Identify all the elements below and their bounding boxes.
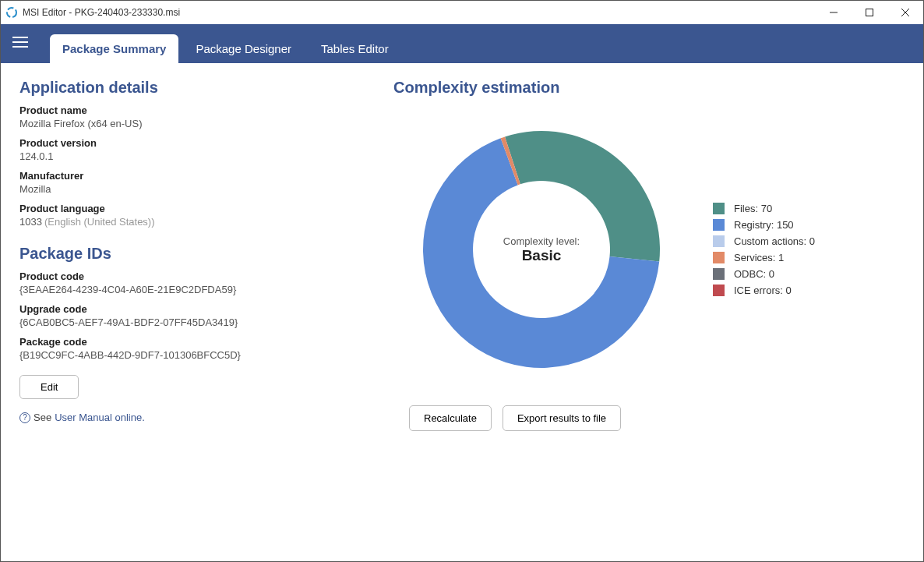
legend-label: ICE errors: 0 <box>734 285 792 296</box>
package-ids-heading: Package IDs <box>19 245 393 263</box>
legend-swatch <box>713 219 725 231</box>
legend-label: Services: 1 <box>734 252 784 263</box>
product-language-label: Product language <box>19 203 393 214</box>
tab-tables-editor[interactable]: Tables Editor <box>309 34 401 63</box>
package-code-field: Package code {B19CC9FC-4ABB-442D-9DF7-10… <box>19 336 393 361</box>
help-icon: ? <box>19 412 30 423</box>
app-icon <box>5 6 18 19</box>
center-label: Complexity level: <box>503 235 580 247</box>
product-code-value: {3EAAE264-4239-4C04-A60E-21E9C2DFDA59} <box>19 284 393 295</box>
center-value: Basic <box>503 247 580 264</box>
product-name-label: Product name <box>19 104 393 116</box>
close-button[interactable] <box>887 1 923 24</box>
product-name-field: Product name Mozilla Firefox (x64 en-US) <box>19 104 393 129</box>
legend-swatch <box>713 285 725 296</box>
package-code-value: {B19CC9FC-4ABB-442D-9DF7-101306BFCC5D} <box>19 349 393 361</box>
topbar: Package SummaryPackage DesignerTables Ed… <box>1 24 923 63</box>
package-code-label: Package code <box>19 336 393 348</box>
manufacturer-label: Manufacturer <box>19 170 393 182</box>
product-version-value: 124.0.1 <box>19 150 393 162</box>
maximize-button[interactable] <box>852 1 887 24</box>
manufacturer-value: Mozilla <box>19 183 393 195</box>
product-code-label: Product code <box>19 270 393 282</box>
content: Application details Product name Mozilla… <box>1 63 923 561</box>
legend-swatch <box>713 203 725 214</box>
window-controls <box>816 1 923 24</box>
edit-button[interactable]: Edit <box>19 375 79 399</box>
window-title: MSI Editor - PKG-240403-233330.msi <box>23 7 180 18</box>
help-row: ? See User Manual online. <box>19 412 393 423</box>
help-prefix: See <box>34 412 51 423</box>
tab-package-designer[interactable]: Package Designer <box>183 34 304 63</box>
minimize-button[interactable] <box>816 1 852 24</box>
tab-package-summary[interactable]: Package Summary <box>50 34 178 63</box>
product-version-field: Product version 124.0.1 <box>19 137 393 162</box>
legend-item-odbc: ODBC: 0 <box>713 268 815 280</box>
upgrade-code-value: {6CAB0BC5-AEF7-49A1-BDF2-07FF45DA3419} <box>19 316 393 328</box>
menu-button[interactable] <box>12 30 36 54</box>
right-panel: Complexity estimation Complexity level: … <box>393 79 905 546</box>
legend-label: ODBC: 0 <box>734 268 774 280</box>
complexity-heading: Complexity estimation <box>393 79 905 97</box>
upgrade-code-field: Upgrade code {6CAB0BC5-AEF7-49A1-BDF2-07… <box>19 303 393 328</box>
legend-label: Custom actions: 0 <box>734 235 815 247</box>
product-version-label: Product version <box>19 137 393 149</box>
chart-area: Complexity level: Basic <box>393 101 689 398</box>
legend-item-ice-errors: ICE errors: 0 <box>713 285 815 296</box>
upgrade-code-label: Upgrade code <box>19 303 393 315</box>
legend-swatch <box>713 235 725 247</box>
donut-center: Complexity level: Basic <box>503 235 580 264</box>
app-details-heading: Application details <box>19 79 393 97</box>
left-panel: Application details Product name Mozilla… <box>19 79 393 546</box>
legend-swatch <box>713 268 725 280</box>
product-name-value: Mozilla Firefox (x64 en-US) <box>19 118 393 129</box>
chart-legend: Files: 70Registry: 150Custom actions: 0S… <box>713 198 815 301</box>
legend-item-files: Files: 70 <box>713 203 815 214</box>
titlebar: MSI Editor - PKG-240403-233330.msi <box>1 1 923 24</box>
svg-point-0 <box>7 8 16 17</box>
product-language-field: Product language 1033(English (United St… <box>19 203 393 228</box>
product-language-value: 1033(English (United States)) <box>19 216 393 228</box>
legend-label: Files: 70 <box>734 203 772 214</box>
legend-item-custom-actions: Custom actions: 0 <box>713 235 815 247</box>
legend-item-services: Services: 1 <box>713 252 815 263</box>
chart-wrap: Complexity level: Basic Files: 70Registr… <box>393 101 905 398</box>
export-button[interactable]: Export results to file <box>503 405 621 431</box>
chart-buttons: Recalculate Export results to file <box>409 405 905 431</box>
legend-swatch <box>713 252 725 263</box>
app-window: MSI Editor - PKG-240403-233330.msi Packa… <box>0 0 924 562</box>
user-manual-link[interactable]: User Manual online. <box>55 412 145 423</box>
legend-label: Registry: 150 <box>734 219 794 231</box>
manufacturer-field: Manufacturer Mozilla <box>19 170 393 195</box>
tabs: Package SummaryPackage DesignerTables Ed… <box>50 24 406 63</box>
svg-rect-2 <box>866 9 873 16</box>
recalculate-button[interactable]: Recalculate <box>409 405 492 431</box>
product-code-field: Product code {3EAAE264-4239-4C04-A60E-21… <box>19 270 393 295</box>
legend-item-registry: Registry: 150 <box>713 219 815 231</box>
